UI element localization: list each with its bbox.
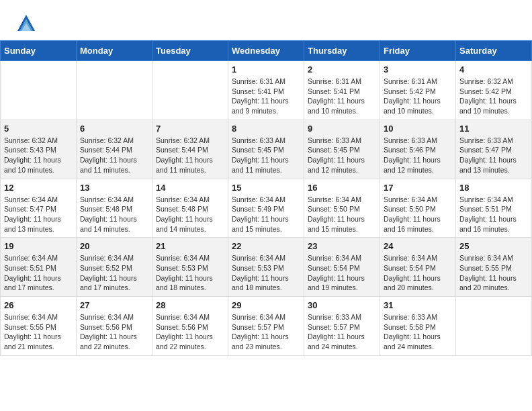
calendar-header-wednesday: Wednesday	[228, 41, 304, 61]
calendar-cell: 29Sunrise: 6:34 AM Sunset: 5:57 PM Dayli…	[228, 297, 304, 356]
day-number: 18	[459, 183, 528, 193]
calendar-cell: 25Sunrise: 6:34 AM Sunset: 5:55 PM Dayli…	[456, 238, 532, 297]
day-info: Sunrise: 6:34 AM Sunset: 5:54 PM Dayligh…	[308, 253, 376, 293]
day-info: Sunrise: 6:34 AM Sunset: 5:56 PM Dayligh…	[156, 312, 224, 352]
calendar-header-friday: Friday	[380, 41, 456, 61]
calendar-header-tuesday: Tuesday	[152, 41, 228, 61]
calendar-cell	[1, 61, 77, 120]
day-number: 22	[232, 241, 300, 251]
calendar-cell: 5Sunrise: 6:32 AM Sunset: 5:43 PM Daylig…	[1, 120, 77, 179]
logo-icon	[16, 13, 36, 34]
day-info: Sunrise: 6:32 AM Sunset: 5:43 PM Dayligh…	[4, 136, 73, 175]
calendar-header-saturday: Saturday	[456, 41, 532, 61]
calendar-week-row: 19Sunrise: 6:34 AM Sunset: 5:51 PM Dayli…	[1, 238, 532, 297]
day-number: 10	[384, 124, 452, 134]
day-info: Sunrise: 6:33 AM Sunset: 5:46 PM Dayligh…	[384, 136, 452, 175]
day-number: 11	[459, 124, 528, 134]
day-number: 27	[80, 300, 148, 310]
day-info: Sunrise: 6:33 AM Sunset: 5:45 PM Dayligh…	[232, 136, 300, 175]
day-number: 9	[308, 124, 376, 134]
calendar-table: SundayMondayTuesdayWednesdayThursdayFrid…	[0, 40, 532, 356]
day-number: 19	[4, 241, 73, 251]
calendar-cell: 6Sunrise: 6:32 AM Sunset: 5:44 PM Daylig…	[77, 120, 152, 179]
day-number: 6	[80, 124, 148, 134]
day-info: Sunrise: 6:34 AM Sunset: 5:48 PM Dayligh…	[80, 195, 148, 234]
calendar-cell: 19Sunrise: 6:34 AM Sunset: 5:51 PM Dayli…	[1, 238, 77, 297]
calendar-cell: 18Sunrise: 6:34 AM Sunset: 5:51 PM Dayli…	[456, 179, 532, 238]
day-info: Sunrise: 6:34 AM Sunset: 5:49 PM Dayligh…	[232, 195, 300, 234]
day-info: Sunrise: 6:33 AM Sunset: 5:57 PM Dayligh…	[308, 312, 376, 352]
calendar-week-row: 5Sunrise: 6:32 AM Sunset: 5:43 PM Daylig…	[1, 120, 532, 179]
day-number: 28	[156, 300, 224, 310]
day-info: Sunrise: 6:32 AM Sunset: 5:44 PM Dayligh…	[80, 136, 148, 175]
calendar-header-monday: Monday	[77, 41, 152, 61]
calendar-cell: 4Sunrise: 6:32 AM Sunset: 5:42 PM Daylig…	[456, 61, 532, 120]
day-info: Sunrise: 6:31 AM Sunset: 5:42 PM Dayligh…	[384, 77, 452, 116]
day-info: Sunrise: 6:34 AM Sunset: 5:53 PM Dayligh…	[156, 253, 224, 293]
calendar-cell: 3Sunrise: 6:31 AM Sunset: 5:42 PM Daylig…	[380, 61, 456, 120]
day-info: Sunrise: 6:34 AM Sunset: 5:50 PM Dayligh…	[384, 195, 452, 234]
day-number: 16	[308, 183, 376, 193]
calendar-header-row: SundayMondayTuesdayWednesdayThursdayFrid…	[1, 41, 532, 61]
day-number: 8	[232, 124, 300, 134]
calendar-cell: 1Sunrise: 6:31 AM Sunset: 5:41 PM Daylig…	[228, 61, 304, 120]
calendar-header-sunday: Sunday	[1, 41, 77, 61]
calendar-week-row: 1Sunrise: 6:31 AM Sunset: 5:41 PM Daylig…	[1, 61, 532, 120]
calendar-cell: 7Sunrise: 6:32 AM Sunset: 5:44 PM Daylig…	[152, 120, 228, 179]
day-info: Sunrise: 6:34 AM Sunset: 5:51 PM Dayligh…	[459, 195, 528, 234]
page-header	[0, 0, 532, 40]
calendar-week-row: 12Sunrise: 6:34 AM Sunset: 5:47 PM Dayli…	[1, 179, 532, 238]
day-info: Sunrise: 6:33 AM Sunset: 5:45 PM Dayligh…	[308, 136, 376, 175]
logo	[16, 12, 36, 34]
calendar-cell: 9Sunrise: 6:33 AM Sunset: 5:45 PM Daylig…	[304, 120, 380, 179]
day-number: 5	[4, 124, 73, 134]
calendar-cell: 23Sunrise: 6:34 AM Sunset: 5:54 PM Dayli…	[304, 238, 380, 297]
calendar-cell: 30Sunrise: 6:33 AM Sunset: 5:57 PM Dayli…	[304, 297, 380, 356]
day-info: Sunrise: 6:34 AM Sunset: 5:53 PM Dayligh…	[232, 253, 300, 293]
calendar-cell: 13Sunrise: 6:34 AM Sunset: 5:48 PM Dayli…	[77, 179, 152, 238]
day-number: 23	[308, 241, 376, 251]
day-number: 2	[308, 64, 376, 75]
day-number: 1	[232, 64, 300, 75]
calendar-cell: 20Sunrise: 6:34 AM Sunset: 5:52 PM Dayli…	[77, 238, 152, 297]
calendar-cell: 10Sunrise: 6:33 AM Sunset: 5:46 PM Dayli…	[380, 120, 456, 179]
calendar-cell: 17Sunrise: 6:34 AM Sunset: 5:50 PM Dayli…	[380, 179, 456, 238]
day-number: 20	[80, 241, 148, 251]
calendar-week-row: 26Sunrise: 6:34 AM Sunset: 5:55 PM Dayli…	[1, 297, 532, 356]
day-info: Sunrise: 6:34 AM Sunset: 5:55 PM Dayligh…	[459, 253, 528, 293]
day-number: 24	[384, 241, 452, 251]
day-number: 29	[232, 300, 300, 310]
calendar-cell: 12Sunrise: 6:34 AM Sunset: 5:47 PM Dayli…	[1, 179, 77, 238]
day-info: Sunrise: 6:32 AM Sunset: 5:42 PM Dayligh…	[459, 77, 528, 116]
calendar-cell: 11Sunrise: 6:33 AM Sunset: 5:47 PM Dayli…	[456, 120, 532, 179]
day-number: 14	[156, 183, 224, 193]
calendar-header-thursday: Thursday	[304, 41, 380, 61]
day-info: Sunrise: 6:31 AM Sunset: 5:41 PM Dayligh…	[232, 77, 300, 116]
day-number: 7	[156, 124, 224, 134]
calendar-cell: 22Sunrise: 6:34 AM Sunset: 5:53 PM Dayli…	[228, 238, 304, 297]
calendar-cell: 27Sunrise: 6:34 AM Sunset: 5:56 PM Dayli…	[77, 297, 152, 356]
calendar-cell: 24Sunrise: 6:34 AM Sunset: 5:54 PM Dayli…	[380, 238, 456, 297]
calendar-cell: 15Sunrise: 6:34 AM Sunset: 5:49 PM Dayli…	[228, 179, 304, 238]
day-info: Sunrise: 6:32 AM Sunset: 5:44 PM Dayligh…	[156, 136, 224, 175]
calendar-cell: 21Sunrise: 6:34 AM Sunset: 5:53 PM Dayli…	[152, 238, 228, 297]
calendar-cell	[77, 61, 152, 120]
day-number: 13	[80, 183, 148, 193]
calendar-cell: 2Sunrise: 6:31 AM Sunset: 5:41 PM Daylig…	[304, 61, 380, 120]
calendar-cell: 28Sunrise: 6:34 AM Sunset: 5:56 PM Dayli…	[152, 297, 228, 356]
day-info: Sunrise: 6:34 AM Sunset: 5:47 PM Dayligh…	[4, 195, 73, 234]
day-number: 12	[4, 183, 73, 193]
day-info: Sunrise: 6:34 AM Sunset: 5:52 PM Dayligh…	[80, 253, 148, 293]
day-number: 31	[384, 300, 452, 310]
calendar-cell	[456, 297, 532, 356]
day-info: Sunrise: 6:31 AM Sunset: 5:41 PM Dayligh…	[308, 77, 376, 116]
day-info: Sunrise: 6:34 AM Sunset: 5:50 PM Dayligh…	[308, 195, 376, 234]
day-info: Sunrise: 6:34 AM Sunset: 5:48 PM Dayligh…	[156, 195, 224, 234]
calendar-cell: 16Sunrise: 6:34 AM Sunset: 5:50 PM Dayli…	[304, 179, 380, 238]
day-info: Sunrise: 6:34 AM Sunset: 5:57 PM Dayligh…	[232, 312, 300, 352]
calendar-cell: 31Sunrise: 6:33 AM Sunset: 5:58 PM Dayli…	[380, 297, 456, 356]
calendar-cell	[152, 61, 228, 120]
day-info: Sunrise: 6:34 AM Sunset: 5:55 PM Dayligh…	[4, 312, 73, 352]
day-number: 26	[4, 300, 73, 310]
calendar-cell: 14Sunrise: 6:34 AM Sunset: 5:48 PM Dayli…	[152, 179, 228, 238]
